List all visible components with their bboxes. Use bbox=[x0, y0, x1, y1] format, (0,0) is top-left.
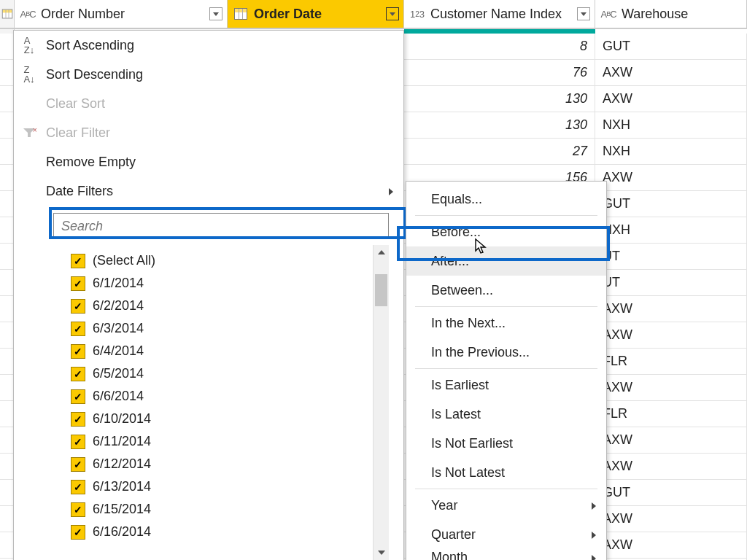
filter-value-label: 6/11/2014 bbox=[93, 434, 151, 449]
sort-desc-icon: ZA↓ bbox=[20, 66, 39, 83]
submenu-before[interactable]: Before... bbox=[406, 217, 606, 246]
row-header-corner[interactable] bbox=[0, 0, 15, 28]
filter-value-label: 6/15/2014 bbox=[93, 502, 151, 517]
checkbox-icon[interactable]: ✓ bbox=[71, 412, 85, 427]
column-header-order-number[interactable]: ABC Order Number bbox=[15, 0, 228, 28]
menu-sort-ascending[interactable]: AZ↓ Sort Ascending bbox=[14, 31, 403, 60]
checkbox-icon[interactable]: ✓ bbox=[71, 502, 85, 517]
submenu-in-the-next[interactable]: In the Next... bbox=[406, 308, 606, 338]
cell-warehouse: AXW bbox=[595, 165, 747, 190]
filter-value-label: 6/4/2014 bbox=[93, 343, 144, 359]
filter-value-item[interactable]: ✓6/16/2014 bbox=[71, 521, 373, 543]
filter-value-item[interactable]: ✓6/2/2014 bbox=[71, 295, 373, 317]
column-label: Order Number bbox=[41, 7, 125, 22]
header-row: ABC Order Number Order Date 123 Customer… bbox=[0, 0, 747, 29]
submenu-arrow-icon bbox=[592, 555, 596, 560]
checkbox-icon[interactable]: ✓ bbox=[71, 389, 85, 404]
scrollbar[interactable] bbox=[373, 245, 389, 560]
column-label: Order Date bbox=[254, 7, 322, 22]
cell-warehouse: AXW bbox=[595, 454, 747, 479]
cell-warehouse: AXW bbox=[595, 322, 747, 348]
checkbox-icon[interactable]: ✓ bbox=[71, 344, 85, 359]
cell-warehouse: NXH bbox=[595, 217, 747, 243]
checkbox-icon[interactable]: ✓ bbox=[71, 435, 85, 449]
submenu-in-the-previous[interactable]: In the Previous... bbox=[406, 338, 606, 367]
filter-value-item[interactable]: ✓6/3/2014 bbox=[71, 317, 373, 340]
cell-warehouse: AXW bbox=[595, 427, 747, 453]
column-header-customer-index[interactable]: 123 Customer Name Index bbox=[404, 0, 595, 28]
filter-value-item[interactable]: ✓(Select All) bbox=[71, 249, 373, 272]
submenu-is-latest[interactable]: Is Latest bbox=[406, 400, 606, 429]
filter-value-label: 6/6/2014 bbox=[93, 389, 144, 404]
checkbox-icon[interactable]: ✓ bbox=[71, 254, 85, 268]
filter-values-list[interactable]: ✓(Select All)✓6/1/2014✓6/2/2014✓6/3/2014… bbox=[53, 245, 373, 560]
filter-value-item[interactable]: ✓6/5/2014 bbox=[71, 362, 373, 385]
cell-warehouse: AXW bbox=[595, 60, 747, 85]
menu-date-filters[interactable]: Date Filters bbox=[14, 176, 403, 206]
dropdown-icon[interactable] bbox=[386, 7, 399, 20]
submenu-arrow-icon bbox=[592, 502, 596, 510]
column-header-warehouse[interactable]: ABC Warehouse bbox=[595, 0, 747, 28]
filter-value-label: (Select All) bbox=[93, 253, 155, 268]
dropdown-icon[interactable] bbox=[577, 7, 590, 20]
filter-value-item[interactable]: ✓6/6/2014 bbox=[71, 385, 373, 408]
submenu-equals[interactable]: Equals... bbox=[406, 184, 606, 214]
text-type-icon: ABC bbox=[600, 7, 617, 21]
number-type-icon: 123 bbox=[409, 7, 426, 21]
checkbox-icon[interactable]: ✓ bbox=[71, 480, 85, 494]
submenu-year[interactable]: Year bbox=[406, 491, 606, 520]
filter-values-panel: ✓(Select All)✓6/1/2014✓6/2/2014✓6/3/2014… bbox=[53, 245, 389, 560]
cell-warehouse: NXH bbox=[595, 112, 747, 138]
checkbox-icon[interactable]: ✓ bbox=[71, 299, 85, 314]
text-type-icon: ABC bbox=[19, 7, 36, 21]
filter-value-item[interactable]: ✓6/11/2014 bbox=[71, 430, 373, 453]
column-label: Customer Name Index bbox=[430, 7, 562, 22]
scroll-down-icon[interactable] bbox=[374, 545, 389, 560]
filter-value-item[interactable]: ✓6/13/2014 bbox=[71, 475, 373, 498]
column-header-order-date[interactable]: Order Date bbox=[228, 0, 404, 28]
submenu-arrow-icon bbox=[389, 188, 393, 195]
submenu-month[interactable]: Month bbox=[406, 549, 606, 560]
scroll-thumb[interactable] bbox=[375, 274, 387, 306]
cell-warehouse: AXW bbox=[595, 375, 747, 400]
filter-value-label: 6/3/2014 bbox=[93, 321, 144, 336]
search-input[interactable] bbox=[53, 213, 389, 239]
cell-warehouse: NXH bbox=[595, 139, 747, 164]
menu-clear-filter: × Clear Filter bbox=[14, 118, 403, 147]
filter-value-label: 6/1/2014 bbox=[93, 276, 144, 291]
dropdown-icon[interactable] bbox=[209, 7, 222, 20]
filter-value-item[interactable]: ✓6/10/2014 bbox=[71, 408, 373, 430]
filter-value-item[interactable]: ✓6/12/2014 bbox=[71, 453, 373, 475]
submenu-after[interactable]: After... bbox=[406, 246, 606, 276]
filter-search bbox=[53, 213, 389, 239]
scroll-up-icon[interactable] bbox=[374, 245, 389, 260]
checkbox-icon[interactable]: ✓ bbox=[71, 525, 85, 540]
cell-warehouse: FLR bbox=[595, 349, 747, 374]
cell-customer-index: 130 bbox=[404, 86, 595, 112]
checkbox-icon[interactable]: ✓ bbox=[71, 367, 85, 381]
date-filters-submenu: Equals... Before... After... Between... … bbox=[406, 181, 607, 560]
cell-customer-index: 76 bbox=[404, 60, 595, 85]
menu-remove-empty[interactable]: Remove Empty bbox=[14, 147, 403, 176]
filter-value-label: 6/13/2014 bbox=[93, 479, 151, 494]
submenu-between[interactable]: Between... bbox=[406, 276, 606, 305]
checkbox-icon[interactable]: ✓ bbox=[71, 457, 85, 472]
data-grid: ABC Order Number Order Date 123 Customer… bbox=[0, 0, 747, 29]
cell-warehouse: AXW bbox=[595, 532, 747, 558]
filter-value-label: 6/12/2014 bbox=[93, 456, 151, 472]
filter-value-item[interactable]: ✓6/15/2014 bbox=[71, 498, 373, 521]
checkbox-icon[interactable]: ✓ bbox=[71, 276, 85, 291]
filter-value-label: 6/5/2014 bbox=[93, 366, 144, 381]
table-icon bbox=[2, 9, 12, 19]
submenu-quarter[interactable]: Quarter bbox=[406, 520, 606, 549]
cell-warehouse: FLR bbox=[595, 401, 747, 427]
checkbox-icon[interactable]: ✓ bbox=[71, 322, 85, 336]
filter-value-item[interactable]: ✓6/1/2014 bbox=[71, 272, 373, 295]
cell-warehouse: GUT bbox=[595, 480, 747, 505]
filter-value-item[interactable]: ✓6/4/2014 bbox=[71, 340, 373, 362]
submenu-is-not-latest[interactable]: Is Not Latest bbox=[406, 458, 606, 487]
submenu-is-earliest[interactable]: Is Earliest bbox=[406, 370, 606, 400]
cell-customer-index: 8 bbox=[404, 34, 595, 59]
menu-sort-descending[interactable]: ZA↓ Sort Descending bbox=[14, 60, 403, 89]
submenu-is-not-earliest[interactable]: Is Not Earliest bbox=[406, 429, 606, 458]
